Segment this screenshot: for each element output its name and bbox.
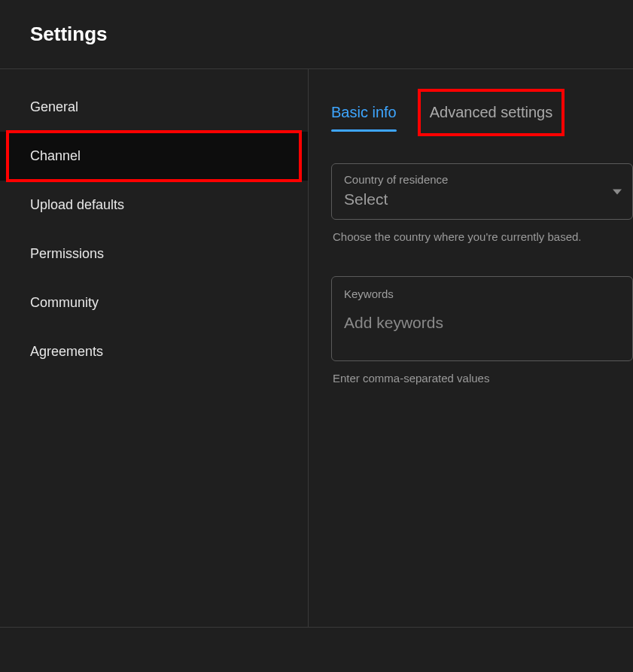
tab-basic-info[interactable]: Basic info	[331, 95, 397, 130]
sidebar-item-label: Permissions	[30, 246, 104, 261]
sidebar-item-label: General	[30, 99, 78, 114]
keywords-label: Keywords	[344, 287, 620, 300]
sidebar-item-channel[interactable]: Channel	[0, 132, 308, 181]
tab-advanced-settings-wrap: Advanced settings	[422, 92, 560, 133]
sidebar-item-general[interactable]: General	[0, 83, 308, 132]
sidebar-item-upload-defaults[interactable]: Upload defaults	[0, 181, 308, 230]
country-helper: Choose the country where you're currentl…	[331, 230, 633, 243]
page-title: Settings	[30, 23, 603, 46]
sidebar-item-agreements[interactable]: Agreements	[0, 327, 308, 376]
sidebar-item-label: Community	[30, 295, 99, 310]
country-value: Select	[344, 190, 620, 208]
chevron-down-icon	[613, 189, 622, 194]
tab-advanced-settings[interactable]: Advanced settings	[430, 95, 552, 130]
keywords-input[interactable]: Keywords Add keywords	[331, 276, 633, 361]
country-label: Country of residence	[344, 173, 620, 186]
sidebar-item-label: Agreements	[30, 344, 103, 359]
sidebar-item-permissions[interactable]: Permissions	[0, 230, 308, 278]
sidebar-item-label: Upload defaults	[30, 197, 124, 212]
tab-bar: Basic info Advanced settings	[331, 92, 633, 133]
settings-sidebar: General Channel Upload defaults Permissi…	[0, 69, 309, 627]
main-panel: Basic info Advanced settings Country of …	[309, 69, 633, 627]
settings-header: Settings	[0, 0, 633, 69]
footer-divider	[0, 627, 633, 672]
tab-label: Basic info	[331, 104, 397, 120]
form-area: Country of residence Select Choose the c…	[331, 163, 633, 385]
tab-label: Advanced settings	[430, 104, 552, 120]
sidebar-item-community[interactable]: Community	[0, 278, 308, 327]
keywords-helper: Enter comma-separated values	[331, 372, 633, 385]
country-select[interactable]: Country of residence Select	[331, 163, 633, 220]
keywords-placeholder: Add keywords	[344, 314, 620, 332]
sidebar-item-label: Channel	[30, 148, 81, 163]
